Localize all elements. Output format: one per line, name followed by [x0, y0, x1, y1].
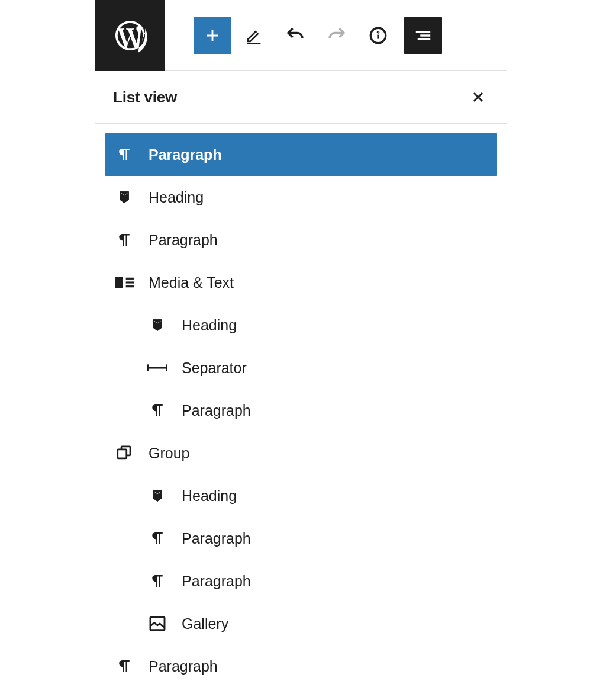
gallery-icon	[147, 614, 167, 633]
edit-tool-button[interactable]	[235, 17, 273, 54]
list-item-group[interactable]: Group	[105, 432, 497, 474]
list-item-paragraph[interactable]: Paragraph	[105, 517, 497, 560]
list-item-paragraph[interactable]: Paragraph	[105, 560, 497, 602]
editor-toolbar	[95, 0, 507, 71]
info-icon	[368, 25, 388, 46]
redo-button[interactable]	[318, 17, 356, 54]
paragraph-icon	[147, 529, 167, 547]
svg-point-2	[378, 31, 378, 32]
list-item-label: Gallery	[182, 615, 228, 632]
panel-header: List view	[95, 71, 507, 124]
list-view-button[interactable]	[404, 17, 442, 54]
list-item-paragraph[interactable]: Paragraph	[105, 389, 497, 432]
pencil-icon	[244, 25, 264, 46]
list-item-paragraph[interactable]: Paragraph	[105, 219, 497, 261]
list-item-paragraph[interactable]: Paragraph	[105, 645, 497, 688]
list-item-paragraph[interactable]: Paragraph	[105, 133, 497, 176]
paragraph-icon	[147, 402, 167, 419]
list-item-label: Paragraph	[149, 146, 222, 163]
separator-icon	[147, 362, 167, 374]
plus-icon	[202, 25, 223, 46]
list-item-label: Paragraph	[149, 232, 218, 249]
mediatext-icon	[114, 275, 134, 290]
close-button[interactable]	[469, 88, 488, 107]
heading-icon	[147, 488, 167, 503]
list-item-label: Paragraph	[182, 530, 251, 547]
group-icon	[114, 444, 134, 462]
paragraph-icon	[147, 572, 167, 590]
list-item-label: Media & Text	[149, 274, 234, 291]
svg-rect-21	[118, 449, 127, 458]
block-list: ParagraphHeadingParagraphMedia & TextHea…	[95, 124, 507, 688]
paragraph-icon	[114, 231, 134, 249]
list-item-mediatext[interactable]: Media & Text	[105, 261, 497, 304]
list-item-label: Paragraph	[182, 402, 251, 419]
list-item-label: Separator	[182, 359, 247, 377]
list-item-label: Paragraph	[182, 573, 251, 590]
panel-title: List view	[113, 88, 177, 107]
wordpress-logo[interactable]	[95, 0, 165, 71]
list-item-gallery[interactable]: Gallery	[105, 602, 497, 645]
paragraph-icon	[114, 657, 134, 675]
list-item-label: Heading	[182, 317, 237, 334]
toolbar-buttons	[194, 17, 442, 54]
wordpress-icon	[112, 18, 148, 53]
list-item-heading[interactable]: Heading	[105, 176, 497, 219]
list-item-label: Heading	[149, 189, 204, 206]
add-block-button[interactable]	[194, 17, 231, 54]
undo-icon	[285, 25, 306, 46]
paragraph-icon	[114, 146, 134, 163]
list-item-label: Heading	[182, 487, 237, 505]
list-item-separator[interactable]: Separator	[105, 346, 497, 389]
list-item-label: Group	[149, 445, 189, 462]
list-item-heading[interactable]: Heading	[105, 474, 497, 517]
heading-icon	[114, 190, 134, 205]
heading-icon	[147, 317, 167, 333]
undo-button[interactable]	[276, 17, 314, 54]
svg-rect-11	[115, 277, 123, 288]
close-icon	[470, 89, 486, 105]
details-button[interactable]	[359, 17, 397, 54]
editor-panel: List view ParagraphHeadingParagraphMedia…	[95, 0, 507, 688]
redo-icon	[326, 25, 347, 46]
list-item-label: Paragraph	[149, 658, 218, 675]
list-item-heading[interactable]: Heading	[105, 304, 497, 346]
list-view-icon	[412, 25, 434, 46]
